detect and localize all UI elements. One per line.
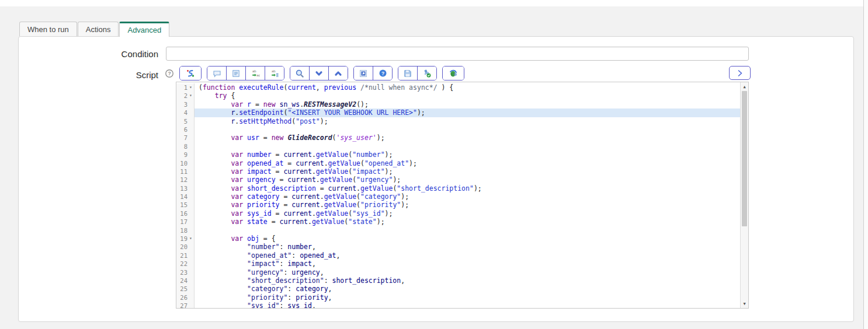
- code-line[interactable]: 25 "category": category,: [176, 285, 740, 293]
- line-number-gutter[interactable]: 20: [176, 243, 195, 251]
- line-number-gutter[interactable]: 6: [176, 125, 195, 134]
- line-number-gutter[interactable]: 3: [176, 100, 195, 108]
- svg-text:ac: ac: [256, 74, 260, 77]
- fold-caret-icon[interactable]: ▾: [188, 235, 194, 243]
- line-number-gutter[interactable]: 18: [176, 226, 195, 235]
- code-line[interactable]: 26 "priority": priority,: [176, 293, 740, 302]
- editor-scrollbar[interactable]: ▲ ▼: [740, 82, 748, 308]
- toggle-comment-button[interactable]: [207, 66, 226, 80]
- line-number-gutter[interactable]: 10: [176, 159, 195, 167]
- code-line[interactable]: 24 "short_description": short_descriptio…: [176, 276, 740, 285]
- code-line[interactable]: 6: [176, 125, 740, 134]
- line-number-gutter[interactable]: 4: [176, 108, 195, 117]
- toolbar-expand-button[interactable]: [729, 66, 751, 80]
- line-number-gutter[interactable]: 9: [176, 150, 195, 159]
- scroll-up-arrow-icon[interactable]: ▲: [741, 83, 748, 90]
- search-tools-group: [290, 66, 348, 80]
- tab-when-to-run[interactable]: When to run: [19, 22, 77, 36]
- script-help-button[interactable]: ?: [373, 66, 392, 80]
- validate-script-button[interactable]: [417, 66, 436, 80]
- replace-all-icon: ab: [270, 69, 279, 78]
- window-tools-group: ?: [353, 66, 393, 80]
- code-line[interactable]: 8: [176, 142, 740, 150]
- line-number-gutter[interactable]: 23: [176, 268, 195, 276]
- code-line[interactable]: 10 var opened_at = current.getValue("ope…: [176, 159, 740, 167]
- code-area[interactable]: 1▾(function executeRule(current, previou…: [176, 82, 740, 308]
- code-line[interactable]: 4 r.setEndpoint("<INSERT YOUR WEBHOOK UR…: [176, 108, 740, 117]
- tab-advanced[interactable]: Advanced: [119, 22, 169, 37]
- replace-button[interactable]: ab ac: [245, 66, 265, 80]
- code-line[interactable]: 17 var state = current.getValue("state")…: [176, 218, 740, 226]
- line-number-gutter[interactable]: 1▾: [176, 83, 195, 92]
- line-number-gutter[interactable]: 8: [176, 142, 195, 150]
- replace-icon: ab ac: [251, 69, 260, 78]
- line-number-gutter[interactable]: 26: [176, 293, 195, 302]
- format-code-button[interactable]: [226, 66, 245, 80]
- help-icon[interactable]: ?: [165, 69, 174, 78]
- line-number-gutter[interactable]: 21: [176, 251, 195, 260]
- code-line[interactable]: 16 var sys_id = current.getValue("sys_id…: [176, 209, 740, 218]
- find-next-icon: [315, 69, 323, 78]
- debugger-group: [442, 66, 464, 80]
- fold-caret-icon[interactable]: ▾: [188, 92, 194, 100]
- line-number-gutter[interactable]: 2▾: [176, 92, 195, 100]
- scroll-down-arrow-icon[interactable]: ▼: [741, 300, 748, 307]
- line-number-gutter[interactable]: 13: [176, 184, 195, 192]
- condition-input[interactable]: [166, 47, 749, 61]
- script-debugger-button[interactable]: [443, 66, 464, 80]
- find-next-button[interactable]: [309, 66, 328, 80]
- code-line[interactable]: 2▾ try {: [176, 92, 740, 100]
- code-line[interactable]: 27 "sys_id": sys_id,: [176, 302, 740, 309]
- validate-script-icon: [422, 69, 432, 78]
- line-number-gutter[interactable]: 24: [176, 276, 195, 285]
- code-line[interactable]: 12 var urgency = current.getValue("urgen…: [176, 176, 740, 184]
- script-toolbar: ?: [165, 66, 464, 80]
- edit-tools-group: ab ac ab: [207, 66, 284, 80]
- syntax-editor-icon: [186, 69, 195, 78]
- svg-text:?: ?: [168, 71, 171, 76]
- scroll-thumb[interactable]: [742, 91, 747, 226]
- search-button[interactable]: [290, 66, 309, 80]
- find-previous-icon: [334, 69, 342, 78]
- save-button[interactable]: [398, 66, 417, 80]
- fold-caret-icon[interactable]: ▾: [188, 83, 194, 92]
- line-number-gutter[interactable]: 14: [176, 192, 195, 201]
- code-line[interactable]: 11 var impact = current.getValue("impact…: [176, 167, 740, 176]
- code-line[interactable]: 15 var priority = current.getValue("prio…: [176, 201, 740, 209]
- code-line[interactable]: 18: [176, 226, 740, 235]
- tab-actions[interactable]: Actions: [78, 22, 119, 36]
- line-number-gutter[interactable]: 27: [176, 302, 195, 309]
- line-number-gutter[interactable]: 7: [176, 134, 195, 142]
- code-line[interactable]: 23 "urgency": urgency,: [176, 268, 740, 276]
- code-line[interactable]: 9 var number = current.getValue("number"…: [176, 150, 740, 159]
- line-number-gutter[interactable]: 16: [176, 209, 195, 218]
- code-line[interactable]: 22 "impact": impact,: [176, 260, 740, 268]
- code-line[interactable]: 14 var category = current.getValue("cate…: [176, 192, 740, 201]
- top-strip: [0, 0, 868, 6]
- line-number-gutter[interactable]: 15: [176, 201, 195, 209]
- line-number-gutter[interactable]: 19▾: [176, 235, 195, 243]
- window-scrollbar-sliver[interactable]: [863, 0, 868, 329]
- code-line[interactable]: 19▾ var obj = {: [176, 235, 740, 243]
- fullscreen-button[interactable]: [354, 66, 373, 80]
- line-number-gutter[interactable]: 12: [176, 176, 195, 184]
- line-number-gutter[interactable]: 17: [176, 218, 195, 226]
- syntax-editor-toggle-button[interactable]: [180, 66, 201, 80]
- code-line[interactable]: 7 var usr = new GlideRecord('sys_user');: [176, 134, 740, 142]
- line-number-gutter[interactable]: 22: [176, 260, 195, 268]
- find-previous-button[interactable]: [328, 66, 348, 80]
- line-number-gutter[interactable]: 25: [176, 285, 195, 293]
- code-line[interactable]: 21 "opened_at": opened_at,: [176, 251, 740, 260]
- code-line[interactable]: 5 r.setHttpMethod("post");: [176, 117, 740, 125]
- save-icon: [404, 69, 412, 78]
- condition-label: Condition: [19, 49, 158, 59]
- code-line[interactable]: 13 var short_description = current.getVa…: [176, 184, 740, 192]
- script-editor[interactable]: 1▾(function executeRule(current, previou…: [176, 82, 749, 309]
- code-line[interactable]: 1▾(function executeRule(current, previou…: [176, 83, 740, 92]
- line-number-gutter[interactable]: 5: [176, 117, 195, 125]
- code-line[interactable]: 20 "number": number,: [176, 243, 740, 251]
- line-number-gutter[interactable]: 11: [176, 167, 195, 176]
- code-line[interactable]: 3 var r = new sn_ws.RESTMessageV2();: [176, 100, 740, 108]
- replace-all-button[interactable]: ab: [265, 66, 284, 80]
- help-blue-icon: ?: [379, 69, 387, 78]
